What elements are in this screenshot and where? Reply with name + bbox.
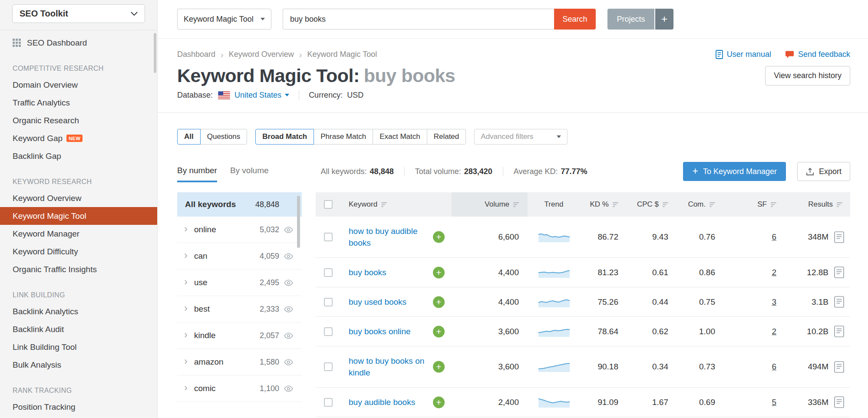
keyword-link[interactable]: buy books online	[349, 326, 411, 337]
add-keyword-button[interactable]: +	[433, 267, 445, 278]
sidebar-item-keyword-difficulty[interactable]: Keyword Difficulty	[0, 243, 157, 260]
com-cell: 0.86	[680, 268, 726, 277]
add-keyword-button[interactable]: +	[433, 296, 445, 308]
add-keyword-button[interactable]: +	[433, 231, 445, 243]
sidebar-item-organic-traffic-insights[interactable]: Organic Traffic Insights	[0, 260, 157, 278]
filter-tab-all[interactable]: All	[177, 129, 201, 145]
sidebar-item-position-tracking[interactable]: Position Tracking	[0, 398, 157, 416]
sidebar-scrollbar[interactable]	[154, 33, 156, 73]
sidebar-item-backlink-gap[interactable]: Backlink Gap	[0, 147, 157, 165]
filter-tab-questions[interactable]: Questions	[200, 129, 248, 145]
results-cell: 10.2B	[788, 326, 850, 337]
chevron-right-icon: ›	[184, 276, 194, 289]
serp-icon[interactable]	[834, 326, 844, 337]
column-header-results[interactable]: Results	[788, 192, 850, 217]
row-checkbox[interactable]	[324, 362, 333, 371]
row-checkbox[interactable]	[324, 298, 333, 306]
keyword-group-kindle[interactable]: ›kindle2,057	[177, 323, 302, 349]
keyword-link[interactable]: buy audible books	[349, 396, 415, 408]
eye-icon[interactable]	[279, 385, 297, 392]
row-checkbox[interactable]	[324, 398, 333, 407]
sidebar-item-backlink-audit[interactable]: Backlink Audit	[0, 320, 157, 338]
breadcrumb-item[interactable]: Keyword Overview	[229, 50, 294, 59]
keyword-group-online[interactable]: ›online5,032	[177, 217, 302, 243]
column-header-cpc[interactable]: CPC $	[630, 192, 680, 217]
sidebar-item-organic-research[interactable]: Organic Research	[0, 112, 157, 129]
eye-icon[interactable]	[279, 227, 297, 233]
filter-tab-exact-match[interactable]: Exact Match	[373, 129, 427, 145]
send-feedback-link[interactable]: Send feedback	[785, 50, 850, 59]
sidebar-item-domain-overview[interactable]: Domain Overview	[0, 76, 157, 94]
column-header-kd[interactable]: KD %	[580, 192, 630, 217]
stat-divider	[404, 167, 405, 176]
sidebar-item-label: Organic Research	[13, 116, 79, 125]
sidebar-item-keyword-magic-tool[interactable]: Keyword Magic Tool	[0, 207, 157, 225]
filter-tab-broad-match[interactable]: Broad Match	[255, 129, 314, 145]
keyword-link[interactable]: buy used books	[349, 296, 406, 308]
groups-scrollbar[interactable]	[297, 196, 300, 248]
sf-link[interactable]: 3	[772, 297, 776, 306]
breadcrumb-item[interactable]: Dashboard	[177, 50, 215, 59]
user-manual-link[interactable]: User manual	[716, 50, 771, 59]
keyword-group-best[interactable]: ›best2,333	[177, 296, 302, 323]
eye-icon[interactable]	[279, 280, 297, 286]
row-checkbox[interactable]	[324, 327, 333, 336]
sidebar-item-bulk-analysis[interactable]: Bulk Analysis	[0, 356, 157, 374]
to-keyword-manager-button[interactable]: + To Keyword Manager	[683, 162, 786, 181]
serp-icon[interactable]	[834, 267, 844, 278]
eye-icon[interactable]	[279, 253, 297, 260]
eye-icon[interactable]	[279, 332, 297, 339]
keyword-link[interactable]: how to buy books on kindle	[349, 355, 425, 379]
sidebar-item-link-building-tool[interactable]: Link Building Tool	[0, 338, 157, 356]
keyword-group-use[interactable]: ›use2,495	[177, 270, 302, 296]
sf-link[interactable]: 5	[772, 398, 776, 407]
results-cell: 336M	[788, 396, 850, 408]
column-header-volume[interactable]: Volume	[452, 192, 528, 217]
serp-icon[interactable]	[834, 396, 844, 408]
sidebar-item-seo-dashboard[interactable]: SEO Dashboard	[0, 34, 157, 52]
sidebar-item-traffic-analytics[interactable]: Traffic Analytics	[0, 94, 157, 112]
select-all-checkbox[interactable]	[324, 200, 333, 209]
search-button[interactable]: Search	[554, 9, 596, 30]
add-keyword-button[interactable]: +	[433, 361, 445, 373]
toolkit-selector[interactable]: SEO Toolkit	[12, 4, 145, 23]
keyword-group-comic[interactable]: ›comic1,100	[177, 375, 302, 402]
add-project-button[interactable]: +	[655, 9, 673, 30]
row-checkbox[interactable]	[324, 268, 333, 277]
sf-link[interactable]: 6	[772, 362, 776, 371]
keyword-group-can[interactable]: ›can4,059	[177, 243, 302, 270]
eye-icon[interactable]	[279, 359, 297, 365]
add-keyword-button[interactable]: +	[433, 326, 445, 337]
search-input[interactable]	[283, 9, 554, 30]
tool-selector[interactable]: Keyword Magic Tool	[177, 9, 271, 30]
advanced-filters-dropdown[interactable]: Advanced filters	[474, 129, 568, 145]
column-header-sf[interactable]: SF	[726, 192, 788, 217]
filter-tab-phrase-match[interactable]: Phrase Match	[314, 129, 373, 145]
export-button[interactable]: Export	[797, 162, 850, 181]
database-selector[interactable]: United States	[234, 91, 289, 100]
sidebar-item-keyword-gap[interactable]: Keyword GapNEW	[0, 129, 157, 147]
sidebar-item-keyword-manager[interactable]: Keyword Manager	[0, 225, 157, 243]
eye-icon[interactable]	[279, 306, 297, 313]
serp-icon[interactable]	[834, 361, 844, 373]
serp-icon[interactable]	[834, 296, 844, 308]
sf-link[interactable]: 2	[772, 268, 776, 277]
row-checkbox[interactable]	[324, 233, 333, 241]
column-header-com[interactable]: Com.	[680, 192, 726, 217]
view-search-history-button[interactable]: View search history	[765, 66, 850, 86]
keyword-group-amazon[interactable]: ›amazon1,580	[177, 349, 302, 375]
sidebar-item-backlink-analytics[interactable]: Backlink Analytics	[0, 303, 157, 320]
keyword-link[interactable]: how to buy audible books	[349, 225, 425, 249]
filter-tab-related[interactable]: Related	[427, 129, 466, 145]
sf-link[interactable]: 2	[772, 327, 776, 336]
column-header-keyword[interactable]: Keyword	[340, 192, 452, 217]
tab-by-number[interactable]: By number	[177, 166, 217, 177]
sidebar-item-keyword-overview[interactable]: Keyword Overview	[0, 189, 157, 207]
add-keyword-button[interactable]: +	[433, 396, 445, 408]
keyword-link[interactable]: buy books	[349, 267, 386, 278]
serp-icon[interactable]	[834, 231, 844, 243]
group-all-keywords[interactable]: All keywords 48,848	[177, 192, 302, 217]
sf-link[interactable]: 6	[772, 232, 776, 241]
projects-button[interactable]: Projects	[607, 9, 654, 30]
tab-by-volume[interactable]: By volume	[230, 166, 269, 177]
